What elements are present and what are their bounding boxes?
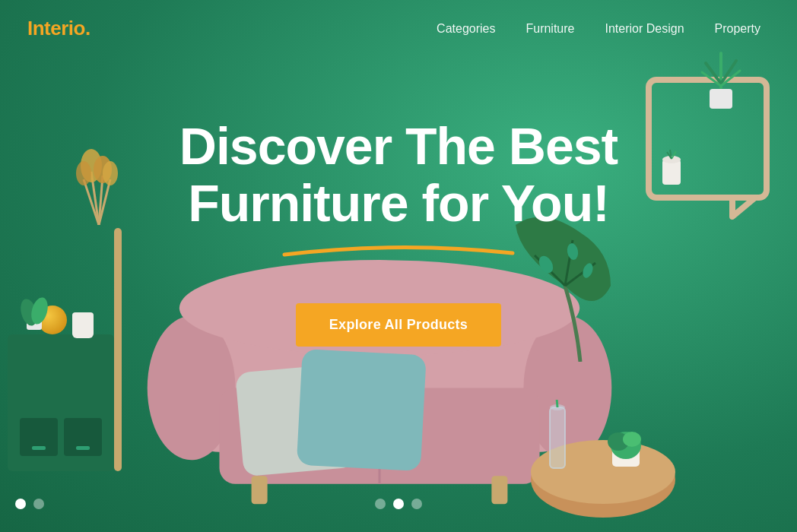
hero-title-line1: Discover The Best (179, 117, 618, 175)
carousel-dot-1[interactable] (375, 499, 386, 509)
carousel-dots (375, 499, 422, 509)
glass-vase (542, 400, 573, 479)
nav-item-furniture[interactable]: Furniture (526, 22, 574, 35)
logo-suffix: io. (68, 17, 90, 40)
side-dot-2[interactable] (33, 499, 44, 509)
side-dot-1[interactable] (15, 499, 26, 509)
svg-rect-30 (297, 349, 427, 471)
hero-section: Interio. Categories Furniture Interior D… (0, 0, 797, 532)
logo[interactable]: Interio. (27, 17, 90, 40)
svg-rect-38 (550, 407, 565, 468)
hero-content: Discover The Best Furniture for You! Exp… (0, 57, 797, 347)
cabinet-drawer-1 (20, 418, 58, 456)
cabinet-drawer-2 (64, 418, 102, 456)
logo-prefix: Inter (27, 17, 68, 40)
svg-point-45 (623, 432, 641, 447)
hero-title-line2: Furniture for You! (188, 174, 609, 232)
side-navigation-dots (15, 499, 44, 509)
svg-rect-32 (491, 476, 507, 504)
nav-item-property[interactable]: Property (715, 22, 760, 35)
cabinet-handle-2 (76, 446, 90, 450)
carousel-dot-3[interactable] (411, 499, 422, 509)
svg-rect-31 (252, 476, 268, 504)
explore-products-button[interactable]: Explore All Products (296, 303, 501, 347)
cabinet-handle-1 (32, 446, 46, 450)
cabinet-left (8, 334, 114, 471)
hero-title: Discover The Best Furniture for You! (0, 118, 797, 232)
navbar: Interio. Categories Furniture Interior D… (0, 0, 797, 57)
nav-links: Categories Furniture Interior Design Pro… (437, 22, 760, 36)
title-underline (269, 239, 528, 262)
nav-item-categories[interactable]: Categories (437, 22, 495, 35)
table-small-plant (603, 423, 649, 471)
nav-item-interior-design[interactable]: Interior Design (605, 22, 684, 35)
carousel-dot-2[interactable] (393, 499, 404, 509)
